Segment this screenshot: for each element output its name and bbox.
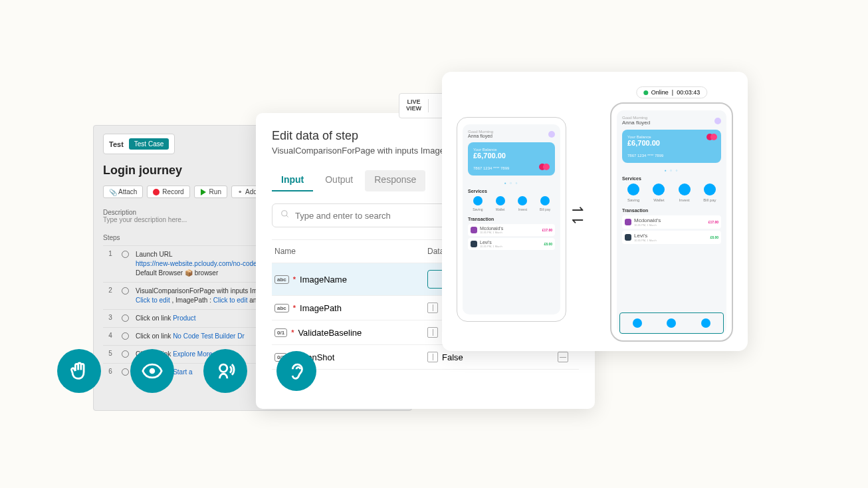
pager-dots: ● ○ ○ <box>468 181 555 185</box>
avatar[interactable] <box>714 118 721 124</box>
svg-point-1 <box>150 368 156 374</box>
transaction-label: Transaction <box>622 208 721 213</box>
service-item[interactable]: Wallet <box>490 196 510 211</box>
nav-dot <box>633 318 642 328</box>
balance-amount: £6,700.00 <box>627 139 716 147</box>
tx-amount: £17.00 <box>542 228 552 232</box>
service-item[interactable]: Saving <box>468 196 488 211</box>
service-item[interactable]: Bill pay <box>699 183 721 203</box>
run-button[interactable]: Run <box>194 185 227 198</box>
service-item[interactable]: Saving <box>622 183 645 203</box>
param-value: False <box>442 352 463 362</box>
col-name: Name <box>274 247 427 256</box>
column-icon <box>427 352 438 362</box>
mastercard-icon <box>539 164 550 170</box>
type-tag: abc <box>274 304 289 312</box>
service-icon <box>704 183 716 195</box>
tab-output[interactable]: Output <box>316 170 362 191</box>
column-icon <box>427 327 438 338</box>
user-row: Good MorningAnna floyed <box>468 130 555 138</box>
baseline-phone: Good MorningAnna floyed Your Balance £6,… <box>457 117 566 322</box>
service-icon <box>627 183 639 195</box>
ear-icon[interactable] <box>276 351 316 391</box>
type-tag: 0/1 <box>274 328 287 337</box>
mastercard-icon <box>706 134 717 140</box>
attach-button[interactable]: 📎Attach <box>103 185 143 198</box>
phone-screen: Good MorningAnna floyed Your Balance £6,… <box>463 124 560 314</box>
transaction-row[interactable]: Levi's10.35 PM, 1 March£8.00 <box>622 231 721 244</box>
user-row: Good MorningAnna floyed <box>622 116 721 126</box>
panel-top-test: Test <box>109 140 124 148</box>
nav-dot <box>667 318 676 328</box>
live-phone: Online | 00:03:43 Good MorningAnna floye… <box>610 102 733 342</box>
phone-screen: Good MorningAnna floyed Your Balance £6,… <box>617 110 726 334</box>
param-name: ValidateBaseline <box>298 328 362 338</box>
record-icon <box>153 189 160 195</box>
tx-amount: £17.00 <box>708 220 718 224</box>
bottom-nav-highlight <box>619 312 724 334</box>
tx-amount: £8.00 <box>710 235 718 239</box>
merchant-icon <box>471 241 477 247</box>
status-text: Online <box>651 89 669 96</box>
balance-card[interactable]: Your Balance £6,700.00 7867 1234 **** 78… <box>622 130 721 163</box>
svg-point-2 <box>220 364 227 372</box>
transaction-row[interactable]: Levi's10.35 PM, 1 March£8.00 <box>468 238 555 250</box>
balance-amount: £6,700.00 <box>473 152 550 160</box>
service-icon <box>496 196 505 205</box>
tab-input[interactable]: Input <box>272 170 313 191</box>
status-timer: 00:03:43 <box>677 89 700 96</box>
globe-icon <box>122 314 129 322</box>
expand-icon[interactable] <box>558 352 568 362</box>
merchant-icon <box>625 234 631 241</box>
column-icon <box>427 303 438 313</box>
service-item[interactable]: Invest <box>513 196 533 211</box>
speak-icon[interactable] <box>203 349 247 393</box>
globe-icon <box>122 287 129 295</box>
required-mark: * <box>291 328 294 336</box>
merchant-icon <box>471 227 477 233</box>
play-icon <box>200 189 207 195</box>
visual-comparison-panel: ⇀ ↽ Good MorningAnna floyed Your Balance… <box>442 72 748 351</box>
live-view-label: LIVE VIEW <box>399 99 429 112</box>
transaction-row[interactable]: Mcdonald's10.35 PM, 1 March£17.00 <box>468 224 555 236</box>
eye-icon[interactable] <box>130 349 174 393</box>
service-icon <box>473 196 483 205</box>
service-item[interactable]: Bill pay <box>535 196 555 211</box>
required-mark: * <box>293 304 296 312</box>
service-icon <box>540 196 550 205</box>
test-case-badge: Test Case <box>129 138 169 150</box>
globe-icon <box>122 332 129 340</box>
record-button[interactable]: Record <box>147 185 189 198</box>
svg-point-0 <box>282 211 287 216</box>
type-tag: abc <box>274 275 289 284</box>
service-icon <box>518 196 527 205</box>
tx-amount: £8.00 <box>544 242 552 246</box>
transaction-row[interactable]: Mcdonald's10.35 PM, 1 March£17.00 <box>622 215 721 229</box>
services-label: Services <box>468 189 555 193</box>
avatar[interactable] <box>548 131 555 138</box>
globe-icon <box>122 350 129 358</box>
globe-icon <box>122 368 129 376</box>
pager-dots: ● ○ ○ <box>622 168 721 172</box>
required-mark: * <box>293 275 296 283</box>
compare-arrows-icon: ⇀ ↽ <box>572 205 584 225</box>
service-icon <box>679 183 691 195</box>
service-item[interactable]: Wallet <box>647 183 670 203</box>
hand-icon[interactable] <box>57 349 101 393</box>
search-icon <box>280 209 290 221</box>
param-name: ImagePath <box>300 303 342 313</box>
online-status: Online | 00:03:43 <box>636 86 707 98</box>
tab-response[interactable]: Response <box>365 170 425 191</box>
globe-icon <box>122 251 129 258</box>
merchant-icon <box>625 219 631 225</box>
balance-card[interactable]: Your Balance £6,700.00 7867 1234 **** 78… <box>468 142 555 176</box>
add-icon: ⚬ <box>237 188 243 195</box>
panel-top-bar: Test Test Case <box>103 134 175 154</box>
param-name: ImageName <box>300 275 347 285</box>
service-item[interactable]: Invest <box>673 183 696 203</box>
status-dot-icon <box>643 90 648 95</box>
paperclip-icon: 📎 <box>109 189 116 195</box>
service-icon <box>653 183 665 195</box>
services-label: Services <box>622 176 721 181</box>
transaction-label: Transaction <box>468 217 555 221</box>
